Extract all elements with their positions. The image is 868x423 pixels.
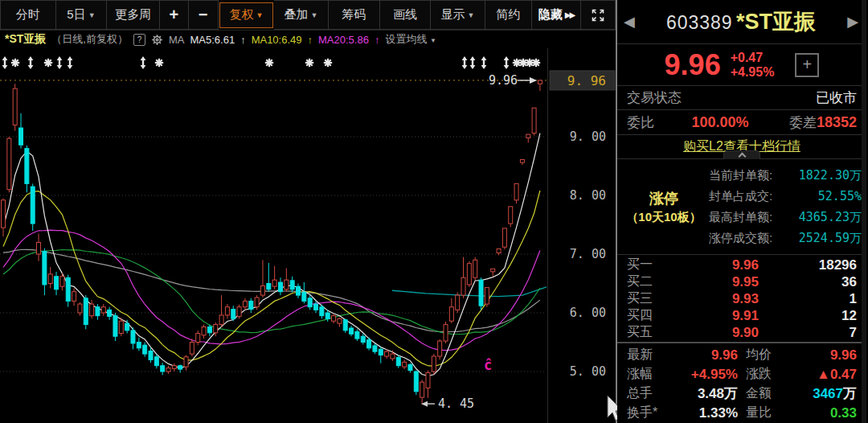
candle [326, 313, 330, 318]
candle [72, 292, 76, 302]
y-axis-tick: 7. 00 [570, 247, 606, 261]
ma20-value-label: MA20:5.86 [318, 34, 369, 46]
candle [373, 346, 377, 351]
ma-line-ma20 [3, 230, 540, 351]
next-stock-arrow[interactable]: ▶ [847, 13, 858, 31]
candle [408, 364, 412, 370]
weicha-label: 委差 [789, 113, 817, 132]
ma-line-ma10 [3, 191, 540, 366]
candle [131, 331, 135, 343]
toolbar-button-复权[interactable]: 复权▼ [219, 2, 274, 28]
toolbar-button-5日[interactable]: 5日▼ [56, 0, 108, 30]
candle [426, 372, 430, 388]
candle [302, 292, 306, 301]
trade-status-row: 交易状态 已收市 [617, 86, 866, 110]
stat-cell: 换手*1.33% [627, 404, 738, 422]
help-icon[interactable]: ? [133, 34, 145, 46]
mouse-cursor [608, 396, 617, 421]
candle [473, 260, 477, 277]
prev-stock-arrow[interactable]: ◀ [624, 13, 635, 31]
collapse-caret-button[interactable] [723, 150, 760, 159]
toolbar-button-画线[interactable]: 画线 [380, 0, 432, 30]
bid-level-row: 买二9.9536 [627, 273, 857, 290]
candle [367, 340, 371, 348]
price-row: 9.96 +0.47 +4.95% + [617, 44, 866, 86]
candle [449, 307, 453, 322]
candle [84, 298, 88, 325]
toolbar-button-显示[interactable]: 显示▼ [431, 0, 485, 30]
y-axis-tick: 8. 00 [570, 188, 606, 203]
event-updown-icon [28, 56, 34, 69]
event-updown-icon [470, 56, 476, 69]
candle [60, 277, 64, 286]
quote-header: ◀ 603389 *ST亚振 ▶ [617, 0, 866, 44]
candle [7, 138, 11, 190]
gear-icon[interactable] [151, 34, 163, 46]
candle [502, 228, 506, 247]
add-to-watchlist-button[interactable]: + [795, 53, 819, 77]
candle [332, 316, 336, 322]
candle [190, 343, 194, 355]
candle [143, 345, 147, 354]
weibi-label: 委比 [627, 113, 654, 132]
candlestick-chart[interactable]: 9. 008. 007. 006. 005. 009.964. 45ĉ9. 96 [0, 48, 617, 423]
candle [285, 280, 289, 290]
candle [308, 298, 312, 307]
candle [225, 307, 229, 315]
stat-cell: 最新9.96 [627, 346, 738, 364]
candle [461, 277, 465, 295]
limit-price-annotation: 9.96 [489, 73, 518, 88]
chart-period-label: （日线,前复权） [51, 32, 128, 47]
toolbar-button-简约[interactable]: 简约 [485, 0, 532, 30]
chevron-down-icon: ▼ [311, 11, 318, 19]
price-change-pct: +4.95% [731, 65, 775, 80]
candle [338, 318, 342, 323]
toolbar-button-更多周[interactable]: 更多周 [107, 0, 160, 30]
trade-status-value: 已收市 [816, 88, 857, 107]
toolbar-button-+[interactable]: + [160, 0, 189, 30]
candle [526, 134, 530, 138]
candle [43, 251, 47, 285]
limit-up-stat-row: 涨停成交额:2524.59万 [709, 228, 862, 248]
event-updown-icon [57, 56, 63, 69]
ma20-up-arrow-icon: ↑ [375, 34, 380, 46]
candle [166, 368, 170, 372]
fullscreen-expand-button[interactable] [581, 0, 616, 30]
set-ma-button[interactable]: 设置均线 ▼ [385, 32, 436, 47]
trade-status-label: 交易状态 [627, 88, 682, 107]
candle [214, 325, 218, 333]
event-updown-icon [141, 56, 146, 69]
chart-canvas[interactable]: 9. 008. 007. 006. 005. 009.964. 45ĉ9. 96 [0, 48, 617, 423]
scrollbar[interactable] [862, 0, 866, 423]
candle [403, 362, 407, 367]
price-change: +0.47 [731, 51, 775, 65]
stat-cell: 涨跌▲0.47 [746, 365, 857, 384]
limit-up-info-section: 涨停 （10天10板） 当前封单额:1822.30万封单占成交:52.55%最高… [617, 159, 866, 255]
candle [485, 288, 489, 304]
candle [125, 323, 129, 331]
double-arrow-icon: ▶▶ [565, 10, 574, 19]
candle [25, 149, 29, 184]
toolbar-button-−[interactable]: − [189, 0, 219, 30]
candle [414, 372, 418, 392]
event-updown-icon [504, 56, 510, 69]
stock-code: 603389 [666, 12, 733, 33]
toolbar-button-叠加[interactable]: 叠加▼ [274, 0, 329, 30]
toolbar-button-筹码[interactable]: 筹码 [329, 0, 380, 30]
app-window: 分时5日▼更多周+−复权▼叠加▼筹码画线显示▼简约隐藏▶▶ *ST亚振 （日线,… [0, 0, 868, 423]
toolbar-button-隐藏[interactable]: 隐藏▶▶ [532, 0, 582, 30]
event-star-icon [265, 59, 273, 67]
event-updown-icon [2, 56, 8, 69]
candle [509, 207, 513, 224]
candle [149, 351, 153, 359]
ma10-up-arrow-icon: ↑ [308, 34, 313, 46]
toolbar-button-分时[interactable]: 分时 [0, 0, 56, 30]
event-updown-icon [68, 56, 73, 69]
candle [196, 334, 200, 343]
event-updown-icon [462, 56, 468, 69]
candle [90, 304, 94, 316]
y-axis-tick: 5. 00 [570, 364, 606, 379]
candle [207, 327, 211, 333]
candle [154, 357, 158, 366]
limit-up-stat-row: 当前封单额:1822.30万 [709, 165, 862, 186]
